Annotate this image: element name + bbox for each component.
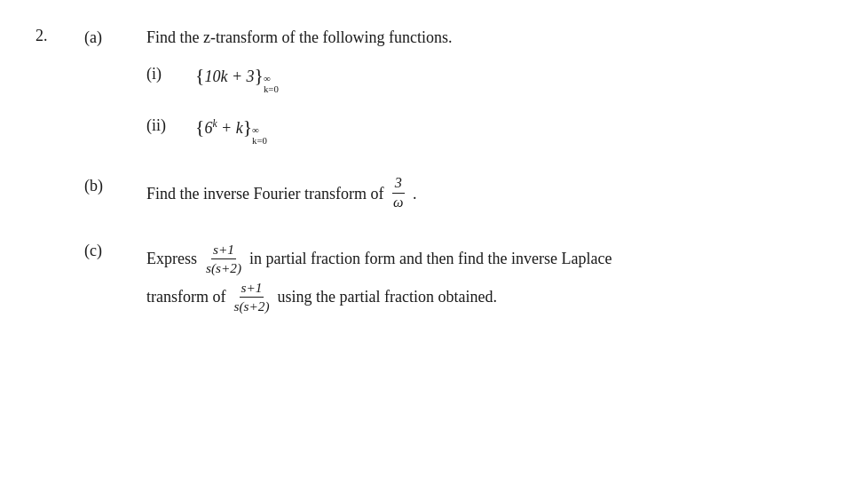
part-c-label: (c) [84, 240, 146, 260]
sub-body-ii: { 6k + k } ∞ k=0 [195, 116, 832, 147]
sub-roman-i: (i) [146, 65, 195, 83]
part-b-instruction-start: Find the inverse Fourier transform of [146, 184, 388, 202]
part-c-line2-start: transform of [146, 288, 225, 306]
bounds-lower-ii: k=0 [252, 136, 267, 147]
seq-expr-i: 10k + 3 [204, 68, 254, 86]
part-b-label: (b) [84, 175, 146, 195]
sub-body-i: { 10k + 3 } ∞ k=0 [195, 65, 832, 95]
problem-number-label: 2. [36, 27, 48, 44]
open-brace-i: { [195, 65, 204, 87]
sub-item-ii: (ii) { 6k + k } ∞ k=0 [146, 116, 832, 147]
seq-bounds-ii: ∞ k=0 [252, 125, 267, 147]
open-brace-ii: { [195, 116, 204, 139]
seq-bounds-i: ∞ k=0 [264, 74, 279, 95]
part-a-block: (a) Find the z-transform of the followin… [84, 27, 832, 168]
fourier-frac-den: ω [391, 194, 406, 211]
laplace-frac1-num: s+1 [211, 242, 236, 259]
laplace-frac1-den: s(s+2) [204, 259, 243, 276]
parts-column: (a) Find the z-transform of the followin… [84, 27, 832, 314]
bounds-lower-i: k=0 [264, 84, 279, 95]
part-b-period: . [413, 184, 417, 202]
sub-item-i: (i) { 10k + 3 } ∞ k=0 [146, 65, 832, 95]
part-c-express: Express [146, 250, 197, 268]
content-area: 2. (a) Find the z-transform of the follo… [36, 27, 832, 314]
laplace-frac2-num: s+1 [240, 280, 264, 298]
seq-expr-ii: 6k + k [204, 118, 242, 138]
sequence-i: { 10k + 3 } ∞ k=0 [195, 65, 279, 95]
part-a-instruction: Find the z-transform of the following fu… [146, 28, 832, 47]
part-c-line1: Express s+1 s(s+2) in partial fraction f… [146, 242, 832, 276]
fourier-fraction: 3 ω [391, 175, 406, 211]
part-c-body: Express s+1 s(s+2) in partial fraction f… [146, 240, 832, 314]
close-brace-ii: } [243, 116, 252, 139]
sub-items-list: (i) { 10k + 3 } ∞ k=0 [146, 65, 832, 147]
laplace-fraction-1: s+1 s(s+2) [204, 242, 243, 276]
part-c-end-text: using the partial fraction obtained. [278, 288, 497, 306]
part-c-line2: transform of s+1 s(s+2) using the partia… [146, 280, 832, 314]
problem-number: 2. [36, 27, 84, 45]
sequence-ii: { 6k + k } ∞ k=0 [195, 116, 267, 147]
part-b-block: (b) Find the inverse Fourier transform o… [84, 175, 832, 213]
fourier-frac-num: 3 [392, 175, 405, 194]
part-a-label: (a) [84, 27, 146, 47]
part-c-middle-text: in partial fraction form and then find t… [249, 250, 612, 268]
part-a-body: Find the z-transform of the following fu… [146, 27, 832, 168]
part-b-body: Find the inverse Fourier transform of 3 … [146, 175, 832, 213]
problem-row: 2. (a) Find the z-transform of the follo… [36, 27, 832, 314]
sub-roman-ii: (ii) [146, 116, 195, 135]
part-c-block: (c) Express s+1 s(s+2) in partial fracti… [84, 240, 832, 314]
laplace-fraction-2: s+1 s(s+2) [232, 280, 271, 314]
close-brace-i: } [255, 65, 264, 87]
bounds-upper-ii: ∞ [252, 125, 267, 136]
laplace-frac2-den: s(s+2) [232, 298, 271, 314]
